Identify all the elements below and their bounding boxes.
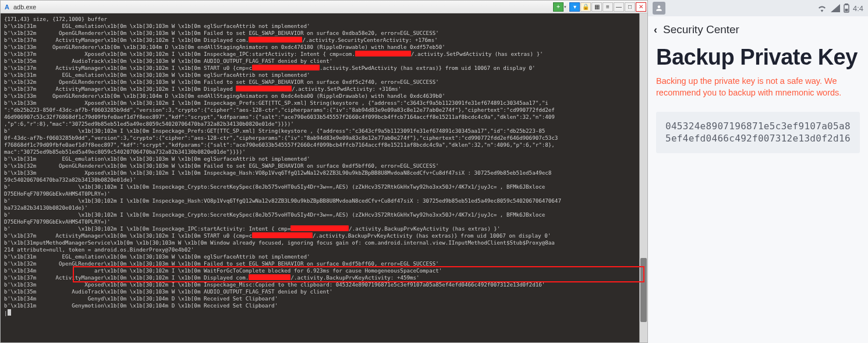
back-button[interactable]: ‹ (654, 24, 657, 36)
signal-icon (831, 4, 840, 12)
log-line: b'\x1b[33m Xposed\x1b[0m \x1b[30;102m I … (4, 100, 644, 107)
log-line: {171,43} size, {172,1000} buffer (4, 16, 644, 23)
log-line: b'\x1b[34m art\x1b[0m \x1b[30;102m I \x1… (4, 267, 644, 274)
redacted-text (249, 274, 290, 280)
log-line: b' \x1b[30;102m I \x1b[0m Inspeckage_Cry… (4, 183, 644, 190)
log-line: b' \x1b[30;102m I \x1b[0m Inspeckage_Has… (4, 197, 644, 204)
log-line: 214 attribute=null, token = android.os.B… (4, 246, 644, 253)
log-line: b'\x1b[37m ActivityManager\x1b[0m \x1b[3… (4, 65, 644, 72)
redacted-text (236, 86, 292, 91)
scroll-thumb[interactable] (640, 258, 647, 322)
log-line: b'\x1b[35m AudioTrack\x1b[0m \x1b[30;103… (4, 288, 644, 295)
log-line: 59c540206706470ba732a82b34130b0820e01de}… (4, 176, 644, 183)
log-line: b'\x1b[31m EGL_emulation\x1b[0m \x1b[30;… (4, 155, 644, 162)
log-line: b'\x1b[31mputMethodManagerService\x1b[0m… (4, 239, 644, 246)
log-line: b'\x1b[37m ActivityManager\x1b[0m \x1b[3… (4, 274, 644, 281)
log-line: b'\x1b[31m EGL_emulation\x1b[0m \x1b[30;… (4, 23, 644, 30)
redacted-text (290, 225, 349, 231)
log-line: b'\x1b[33m OpenGLRenderer\x1b[0m \x1b[30… (4, 44, 644, 51)
log-line: b'\x1b[33m Xposed\x1b[0m \x1b[30;102m I … (4, 169, 644, 176)
log-line: b'\x1b[32m OpenGLRenderer\x1b[0m \x1b[30… (4, 79, 644, 86)
redacted-text (355, 51, 411, 56)
log-line: b'\x1b[34m Genyd\x1b[0m \x1b[30;104m D \… (4, 295, 644, 302)
log-line: b'\x1b[37m Xposed\x1b[0m \x1b[30;102m I … (4, 51, 644, 58)
page-heading: Backup Private Key (656, 45, 860, 69)
log-line: 0f-43dc-af7b-f0603285b9dd","version":3,"… (4, 135, 644, 142)
log-line: b'\x1b[37m ActivityManager\x1b[0m \x1b[3… (4, 232, 644, 239)
log-line: b'\x1b[33m OpenGLRenderer\x1b[0m \x1b[30… (4, 93, 644, 100)
log-line: b'\x1b[37m ActivityManager\x1b[0m \x1b[3… (4, 86, 644, 93)
new-tab-button[interactable]: + (553, 2, 564, 12)
wifi-icon (817, 4, 827, 12)
log-line: b'\x1b[37m ActivityManager\x1b[0m \x1b[3… (4, 37, 644, 44)
log-line: ,"p":6,"r":8},"mac":"30725ed9b85eb51ed5a… (4, 121, 644, 128)
app-bar: ‹ Security Center (648, 16, 868, 43)
svg-rect-1 (845, 3, 848, 5)
log-line: b'\x1b[32m OpenGLRenderer\x1b[0m \x1b[30… (4, 162, 644, 169)
redacted-text (252, 65, 320, 70)
log-line: b' \x1b[30;102m I \x1b[0m Inspeckage_Pre… (4, 128, 644, 135)
log-line: b'\x1b[33m Xposed\x1b[0m \x1b[30;102m I … (4, 281, 644, 288)
log-line: b'\x1b[32m OpenGLRenderer\x1b[0m \x1b[30… (4, 260, 644, 267)
log-line: b' \x1b[30;102m I \x1b[0m Inspeckage_Cry… (4, 211, 644, 218)
terminal-output[interactable]: {171,43} size, {172,1000} bufferb'\x1b[3… (1, 13, 647, 342)
prompt-line[interactable]: | (4, 309, 644, 317)
log-line: f76868df1c79d09fbfe0aef1d7f8eec897","kdf… (4, 142, 644, 148)
private-key-card[interactable]: 045324e8907196871e5c3ef9107a05a85ef4efd0… (656, 112, 860, 153)
grid-icon[interactable]: ▦ (591, 2, 602, 12)
window-title: adb.exe (13, 3, 36, 10)
log-line: b'\x1b[31m Genymotion\x1b[0m \x1b[30;104… (4, 302, 644, 309)
battery-icon (844, 3, 849, 13)
log-line: D75EHoFqF7079BGbEkvAHMS4T0PLRY=)' (4, 218, 644, 225)
log-line: D75EHoFqF7079BGbEkvAHMS4T0PLRY=)' (4, 190, 644, 197)
scrollbar[interactable] (639, 13, 647, 342)
warning-text: Backing up the private key is not a safe… (656, 75, 860, 99)
log-line: mac":"30725ed9b85eb51ed5a49ec8059c540207… (4, 148, 644, 155)
app-icon: A (3, 3, 11, 11)
cursor (8, 309, 11, 316)
minimize-button[interactable]: — (614, 2, 624, 12)
log-line: ba732a82b34130b0820e01de}' (4, 204, 644, 211)
log-line: b'\x1b[31m EGL_emulation\x1b[0m \x1b[30;… (4, 72, 644, 79)
close-button[interactable]: ✕ (636, 2, 646, 12)
log-line: b'\x1b[32m OpenGLRenderer\x1b[0m \x1b[30… (4, 30, 644, 37)
log-line: b'\x1b[31m EGL_emulation\x1b[0m \x1b[30;… (4, 253, 644, 260)
appbar-title: Security Center (663, 23, 739, 36)
log-line: 46d906907c53c32f76868df1c79d09fbfe0aef1d… (4, 114, 644, 121)
redacted-text (252, 232, 313, 238)
status-bar: 4:4 (648, 0, 868, 16)
status-time: 4:4 (853, 4, 863, 13)
terminal-window: A adb.exe + ▾ ▾ 🔒 ▦ ≡ — □ ✕ {171,43} siz… (0, 0, 648, 343)
titlebar: A adb.exe + ▾ ▾ 🔒 ▦ ≡ — □ ✕ (1, 1, 647, 13)
log-line: b'\x1b[35m AudioTrack\x1b[0m \x1b[30;103… (4, 58, 644, 65)
settings-button[interactable]: ▾ (569, 2, 580, 12)
list-icon[interactable]: ≡ (603, 2, 613, 12)
redacted-text (249, 37, 302, 43)
maximize-button[interactable]: □ (625, 2, 635, 12)
log-line: b' \x1b[30;102m I \x1b[0m Inspeckage_IPC… (4, 225, 644, 232)
phone-screen: 4:4 ‹ Security Center Backup Private Key… (648, 0, 868, 343)
new-tab-dropdown[interactable]: ▾ (564, 5, 569, 9)
lock-icon[interactable]: 🔒 (580, 2, 591, 12)
notification-icon (653, 2, 665, 15)
svg-rect-2 (845, 9, 848, 12)
log-line: ":"db25b223-850f-43dc-af7b-f0603285b9dd"… (4, 107, 644, 114)
